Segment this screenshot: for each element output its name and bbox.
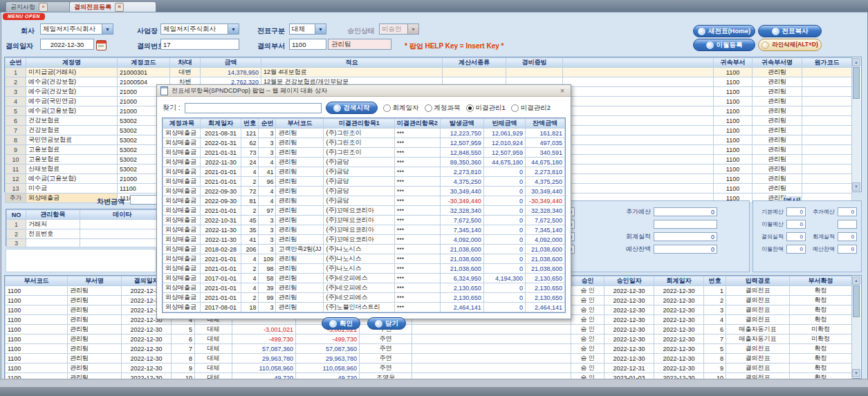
cell-cost-code [802, 145, 852, 155]
open-item-row[interactable]: 외상매출금 2017-01-01 4 58 관리팀 (주)네오피에스 *** 6… [163, 274, 565, 283]
cell-date: 2022-11-30 [201, 158, 241, 167]
radio-option[interactable]: 회계일자 [383, 104, 419, 113]
cell-dept-confirm: 미확정 [790, 334, 852, 344]
cell-account: 외상매출금 [163, 167, 201, 177]
tab-close-icon[interactable]: × [39, 3, 48, 12]
mgmt-row[interactable]: 1 거래처 [7, 220, 165, 229]
open-item-row[interactable]: 외상매출금 2022-09-30 81 4 관리팀 (주)금당 *** -30,… [163, 196, 565, 206]
radio-option[interactable]: 미결관리1 [466, 104, 506, 113]
close-button[interactable]: 닫기 [367, 317, 406, 330]
mgmt-row[interactable]: 2 전표번호 [7, 229, 165, 239]
open-item-row[interactable]: 외상매출금 2022-11-30 24 4 관리팀 (주)금당 *** 89,3… [163, 158, 565, 167]
carryover-button[interactable]: 이월등록 [693, 39, 755, 51]
chevron-down-icon[interactable]: ▼ [228, 24, 239, 34]
open-item-row[interactable]: 외상매출금 2021-01-01 4 109 관리팀 (주)나노시스 *** 2… [163, 254, 565, 264]
slip-no-input[interactable] [161, 39, 239, 49]
scroll-up-icon[interactable]: ▲ [852, 276, 860, 285]
cell-seq: 5 [6, 106, 26, 116]
cell-occurred: 2,130,650 [440, 283, 483, 293]
dept-code-input[interactable] [290, 39, 326, 49]
cell-occurred: 6,324,950 [440, 274, 483, 283]
open-item-row[interactable]: 외상매출금 2022-11-30 35 3 관리팀 (주)꼬매요코리아 *** … [163, 225, 565, 235]
scroll-down-icon[interactable]: ▼ [852, 182, 860, 191]
dept-slip-row[interactable]: 1100 관리팀 2022-12-30 7 대체 57,087,360 57,0… [6, 344, 852, 354]
copy-slip-button[interactable]: 전표복사 [758, 25, 822, 37]
popup-title-bar[interactable]: 전표세부항목(SPNDCDPop) 팝업 -- 웹 페이지 대화 상자 × [157, 85, 571, 97]
line-delete-button[interactable]: 라인삭제(ALT+D) [758, 39, 822, 51]
menu-open-button[interactable]: MENU OPEN [3, 13, 45, 20]
cell-dept: 관리팀 [276, 167, 324, 177]
close-icon[interactable]: × [557, 86, 567, 95]
open-item-row[interactable]: 외상매출금 2021-01-31 73 3 관리팀 (주)그린조이 *** 12… [163, 148, 565, 158]
chevron-down-icon[interactable]: ▼ [315, 24, 326, 34]
budget-value: 0 [786, 245, 806, 254]
open-item-row[interactable]: 외상매출금 2022-01-31 62 3 관리팀 (주)그린조이 *** 12… [163, 138, 565, 148]
vertical-scrollbar[interactable]: ▲ ▼ [851, 276, 860, 377]
cell-balance: 340,591 [526, 148, 565, 158]
open-item-row[interactable]: 외상매출금 2021-01-01 4 39 관리팀 (주)네오피에스 *** 2… [163, 283, 565, 293]
tab-notice[interactable]: 공지사항 × [6, 1, 73, 12]
cell-description: 12월 4대보험료 [261, 68, 443, 77]
dept-slip-row[interactable]: 1100 관리팀 2022-12-30 9 대체 110,058,960 110… [6, 364, 852, 373]
cell-account: 외상매출금 [163, 138, 201, 148]
cell-approval-date: 2022-12-30 [604, 344, 654, 354]
approval-label: 승인상태 [347, 26, 375, 36]
slip-no-field[interactable] [160, 39, 239, 50]
cell-seq: 109 [259, 254, 276, 264]
scroll-thumb[interactable] [853, 285, 860, 317]
open-item-row[interactable]: 외상매출금 2017-08-01 18 3 관리팀 (주)노블인더스트리 ***… [163, 303, 565, 312]
date-input[interactable] [41, 39, 93, 49]
cell-seq: 3 [259, 138, 276, 148]
dept-slip-row[interactable]: 1100 관리팀 2022-12-30 6 대체 -499,730 -499,7… [6, 334, 852, 344]
calendar-icon[interactable] [96, 40, 107, 50]
open-item-row[interactable]: 외상매출금 2021-01-01 2 97 관리팀 (주)꼬매요코리아 *** … [163, 206, 565, 216]
budget-value: 0 [654, 245, 717, 254]
find-label: 찾기 : [163, 103, 181, 113]
open-item-row[interactable]: 외상매출금 2021-01-01 2 98 관리팀 (주)나노시스 *** 21… [163, 264, 565, 274]
company-select[interactable]: 제일저지주식회사 ▼ [40, 23, 113, 35]
ok-button[interactable]: 확인 [322, 317, 360, 330]
cell-entry-no: 2 [704, 296, 726, 305]
cell-occurred: 12,848,550 [440, 148, 483, 158]
open-item-row[interactable]: 외상매출금 2021-01-01 2 99 관리팀 (주)네오피에스 *** 2… [163, 293, 565, 303]
scroll-thumb[interactable] [853, 67, 860, 99]
tab-close-icon[interactable]: × [115, 3, 124, 12]
cell-account: 외상매출금 [163, 283, 201, 293]
open-item-row[interactable]: 외상매출금 2021-01-01 2 96 관리팀 (주)금당 *** 4,37… [163, 177, 565, 187]
cell-occurred: 2,273,810 [440, 167, 483, 177]
open-item-row[interactable]: 외상매출금 2018-02-28 206 3 고객만족2팀(JJ (주)나노시스… [163, 245, 565, 254]
date-field[interactable] [40, 39, 94, 50]
open-item-row[interactable]: 외상매출금 2022-09-30 72 4 관리팀 (주)금당 *** 30,3… [163, 187, 565, 196]
vertical-scrollbar[interactable]: ▲ ▼ [851, 58, 860, 191]
dept-code-field[interactable] [289, 39, 326, 50]
cell-account: 외상매출금 [163, 264, 201, 274]
cell-account-name: 고용보험료 [26, 155, 118, 164]
chevron-down-icon[interactable]: ▼ [407, 24, 418, 34]
chevron-down-icon[interactable]: ▼ [102, 24, 113, 34]
open-item-row[interactable]: 외상매출금 2021-01-01 4 41 관리팀 (주)금당 *** 2,27… [163, 167, 565, 177]
scroll-down-icon[interactable]: ▼ [852, 369, 860, 377]
mgmt-row[interactable]: 3 [7, 239, 165, 247]
open-item-row[interactable]: 외상매출금 2021-08-31 121 3 관리팀 (주)그린조이 *** 1… [163, 129, 565, 138]
radio-option[interactable]: 미결관리2 [511, 104, 551, 113]
open-item-row[interactable]: 외상매출금 2022-11-30 41 3 관리팀 (주)꼬매요코리아 *** … [163, 235, 565, 245]
radio-option[interactable]: 계정과목 [425, 104, 461, 113]
site-select[interactable]: 제일저지주식회사 ▼ [160, 23, 239, 35]
open-item-row[interactable]: 외상매출금 2022-10-31 45 3 관리팀 (주)꼬매요코리아 *** … [163, 216, 565, 225]
new-slip-button[interactable]: 새전표(Home) [693, 25, 755, 37]
approval-select[interactable]: 미승인 ▼ [379, 23, 419, 35]
scroll-up-icon[interactable]: ▲ [852, 58, 860, 66]
cell-settled: 0 [483, 216, 525, 225]
slip-type-select[interactable]: 대체 ▼ [289, 23, 326, 35]
cell-date: 2018-02-28 [201, 245, 241, 254]
search-start-button[interactable]: 검색시작 [326, 102, 378, 114]
cell-seq: 추가 [6, 194, 26, 203]
find-input[interactable] [185, 103, 322, 113]
cell-mgmt1: (주)나노시스 [324, 254, 394, 264]
new-slip-label: 새전표(Home) [708, 27, 750, 36]
tab-voucher-entry[interactable]: 결의전표등록 × [69, 1, 156, 12]
cell-expense-proof [506, 68, 563, 77]
dept-slip-row[interactable]: 1100 관리팀 2022-12-30 8 대체 29,963,780 29,9… [6, 354, 852, 364]
cell-settled: 0 [483, 303, 525, 312]
voucher-row[interactable]: 1 미지급금(거래처) 21000301 대변 14,378,950 12월 4… [6, 68, 852, 77]
